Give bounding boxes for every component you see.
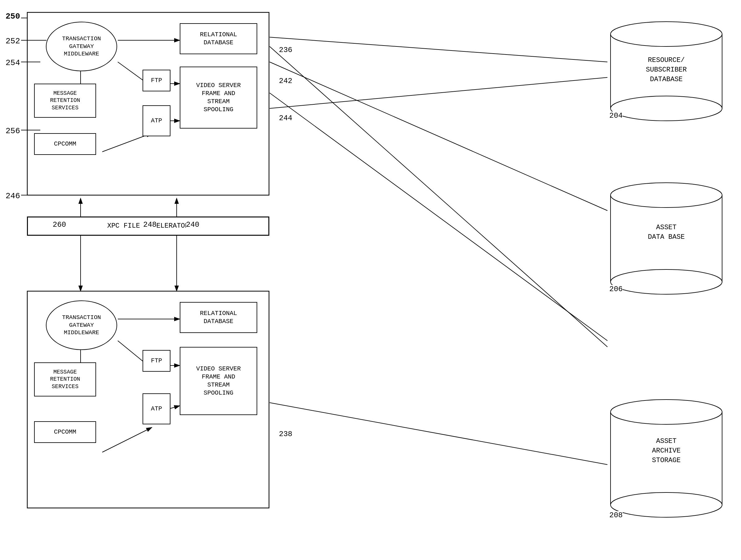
svg-line-26 <box>270 77 607 108</box>
tgm-bot-oval: TRANSACTIONGATEWAYMIDDLEWARE <box>46 301 117 350</box>
label-252: 252 <box>6 36 20 46</box>
label-260: 260 <box>53 221 66 229</box>
relational-db-bot: RELATIONALDATABASE <box>180 302 257 333</box>
svg-point-43 <box>611 492 722 517</box>
msg-retention-top: MESSAGERETENTIONSERVICES <box>34 84 96 118</box>
tgm-top-oval: TRANSACTIONGATEWAYMIDDLEWARE <box>46 22 117 71</box>
atp-bot: ATP <box>143 393 171 424</box>
label-240: 240 <box>186 221 199 229</box>
label-256: 256 <box>6 127 20 136</box>
label-246: 246 <box>6 191 20 201</box>
asset-db-cylinder: ASSETDATA BASE <box>607 180 725 297</box>
svg-line-24 <box>270 403 607 465</box>
svg-line-22 <box>270 62 607 211</box>
label-206: 206 <box>609 285 623 293</box>
label-236: 236 <box>279 46 292 54</box>
svg-line-23 <box>270 93 607 341</box>
asset-db-label: ASSETDATA BASE <box>607 223 725 242</box>
svg-point-36 <box>611 22 722 47</box>
ftp-bot: FTP <box>143 350 171 372</box>
diagram: TRANSACTIONGATEWAYMIDDLEWARE RELATIONALD… <box>0 0 741 560</box>
label-244: 244 <box>279 114 292 123</box>
resource-db-label: RESOURCE/SUBSCRIBERDATABASE <box>607 56 725 84</box>
label-254: 254 <box>6 58 20 68</box>
video-server-top: VIDEO SERVERFRAME ANDSTREAMSPOOLING <box>180 67 257 129</box>
label-238: 238 <box>279 430 292 438</box>
svg-point-39 <box>611 183 722 208</box>
svg-point-37 <box>611 96 722 121</box>
asset-archive-cylinder: ASSETARCHIVESTORAGE <box>607 396 725 521</box>
ftp-top: FTP <box>143 70 171 91</box>
relational-db-top: RELATIONALDATABASE <box>180 23 257 54</box>
label-250: 250 <box>6 12 20 21</box>
label-204: 204 <box>609 111 623 120</box>
label-208: 208 <box>609 511 623 519</box>
msg-retention-bot: MESSAGERETENTIONSERVICES <box>34 363 96 396</box>
cpcomm-top: CPCOMM <box>34 133 96 155</box>
asset-archive-label: ASSETARCHIVESTORAGE <box>607 437 725 465</box>
svg-line-20 <box>102 427 152 452</box>
label-248: 248 <box>143 221 156 229</box>
svg-point-42 <box>611 400 722 424</box>
svg-line-21 <box>270 37 607 62</box>
video-server-bot: VIDEO SERVERFRAME ANDSTREAMSPOOLING <box>180 347 257 415</box>
cpcomm-bot: CPCOMM <box>34 421 96 443</box>
label-242: 242 <box>279 77 292 85</box>
svg-line-25 <box>270 47 607 347</box>
resource-subscriber-db-cylinder: RESOURCE/SUBSCRIBERDATABASE <box>607 19 725 124</box>
svg-point-40 <box>611 269 722 294</box>
atp-top: ATP <box>143 105 171 136</box>
